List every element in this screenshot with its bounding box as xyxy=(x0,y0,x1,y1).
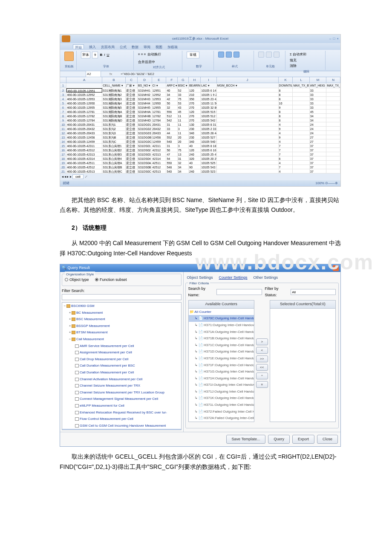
table-row[interactable]: 2460-00-10105-12951S31潮阳南海1爱立信S31MHI1129… xyxy=(60,88,340,92)
font-size[interactable]: 9 xyxy=(92,52,98,58)
col-header[interactable]: K xyxy=(279,77,293,83)
tree-leaf[interactable]: Channel Activation Measurement per Cell xyxy=(62,376,181,383)
measurement-tree[interactable]: −BSC6900 GSM+BC Measurement+BSC Measurem… xyxy=(62,302,182,430)
col-header[interactable]: G xyxy=(178,77,189,83)
maximize-icon[interactable]: □ xyxy=(333,36,335,42)
ribbon-tab[interactable]: 插入 xyxy=(89,44,96,49)
ribbon-tab[interactable]: 页面布局 xyxy=(101,44,115,49)
tree-leaf[interactable]: Call Duration Measurement per Cell xyxy=(62,369,181,376)
tree-leaf[interactable]: Call Drop Measurement per Cell xyxy=(62,356,181,363)
ribbon-tab[interactable]: 审阅 xyxy=(144,44,150,49)
filter-search-input[interactable] xyxy=(62,294,182,300)
table-row[interactable]: 10460-00-10105-20431S31东沟1爱立信S31DG012043… xyxy=(60,122,340,127)
sheet-tab[interactable]: cell xyxy=(72,174,84,179)
tree-leaf[interactable]: Call Duration Measurement per BSC xyxy=(62,362,181,369)
table-row[interactable]: 16460-00-10105-42312S31东山宾馆2爱立信S31DS0242… xyxy=(60,148,340,152)
paste-icon[interactable] xyxy=(64,52,74,61)
filter-status-select[interactable]: All xyxy=(291,289,336,295)
tree-leaf[interactable]: Flow Control Measurement per Cell xyxy=(62,416,181,422)
ribbon-tab[interactable]: 加载项 xyxy=(167,44,178,49)
counter-item[interactable]: ↳ 📄 H371:Outgoing Inter-Cell Handover Co… xyxy=(189,322,254,329)
minimize-icon[interactable]: – xyxy=(329,36,331,42)
col-header[interactable]: M xyxy=(310,77,326,83)
table-row[interactable]: 4460-00-10105-12953S31潮阳南海3爱立信S31MHI3129… xyxy=(60,97,340,101)
transfer-button[interactable]: << xyxy=(256,364,268,371)
counter-item[interactable]: ↳ 📄 H371C:Outgoing Inter-Cell Handover C… xyxy=(189,342,254,349)
ribbon-tab[interactable]: 视图 xyxy=(156,44,162,49)
col-header[interactable]: I xyxy=(201,77,217,83)
counter-item[interactable]: ↳ 📄 H371K:Outgoing Inter-Cell Handover C… xyxy=(189,395,254,402)
ribbon-tab[interactable]: 数据 xyxy=(132,44,138,49)
table-row[interactable]: 11460-00-10105-20432S31东沟2爱立信S31DG022043… xyxy=(60,127,340,131)
col-header[interactable]: N xyxy=(326,77,340,83)
table-row[interactable]: 15460-00-10105-42311S31东山宾馆1爱立信S31DS0142… xyxy=(60,144,340,148)
counter-item[interactable]: ↳ 📄 H371D:Outgoing Inter-Cell Handover C… xyxy=(189,348,254,355)
radio-function-subset[interactable]: Function subset xyxy=(95,277,127,283)
tree-leaf[interactable]: Assignment Measurement per Cell xyxy=(62,349,181,356)
export-button[interactable]: Export xyxy=(292,435,314,444)
transfer-button[interactable]: >> xyxy=(256,356,268,362)
col-header[interactable]: F xyxy=(166,77,177,83)
counter-item[interactable]: ↳ 📄 H371E:Outgoing Inter-Cell Handover C… xyxy=(189,355,254,362)
counter-item[interactable]: ↳ 📄 H371L:Outgoing Inter-Cell Handover C… xyxy=(189,402,254,408)
counter-item[interactable]: ↳ 📄 H372A:Failed Outgoing Inter-Cell Han… xyxy=(189,415,254,422)
counter-item[interactable]: ↳ 📄 H371A:Outgoing Inter-Cell Handover C… xyxy=(189,329,254,335)
name-box[interactable]: A2 xyxy=(86,71,101,78)
tab-counter-settings[interactable]: Counter Settings xyxy=(219,275,248,281)
tree-leaf[interactable]: GSM Cell to GSM Cell Incoming Handover M… xyxy=(62,422,181,429)
tree-leaf[interactable]: Connect Management Signal Measurement pe… xyxy=(62,396,181,402)
transfer-button[interactable]: v xyxy=(256,381,268,388)
col-header[interactable]: B xyxy=(102,77,125,83)
counter-item[interactable]: ↳ 📄 H370C:Outgoing Inter-Cell Handover R… xyxy=(189,315,254,322)
col-header[interactable]: J xyxy=(217,77,279,83)
available-counters[interactable]: Available Counters 📁 All Counter ↳ 📄 H37… xyxy=(188,300,254,422)
col-header[interactable]: H xyxy=(189,77,201,83)
table-row[interactable]: 14460-00-10105-12459S31东沟C爱立信S31DG0C1245… xyxy=(60,139,340,144)
table-row[interactable]: 19460-00-10105-42511S31东山宾馆A爱立信S31DS0A42… xyxy=(60,161,340,165)
col-header[interactable]: D xyxy=(138,77,152,83)
close-icon[interactable]: × xyxy=(337,36,339,42)
ribbon-tab[interactable]: 公式 xyxy=(120,44,127,49)
table-row[interactable]: 17460-00-10105-42313S31东山宾馆3爱立信S31DS0342… xyxy=(60,152,340,156)
col-header[interactable]: A xyxy=(66,77,102,83)
tab-other-settings[interactable]: Other Settings xyxy=(254,275,278,281)
table-row[interactable]: 21460-00-10105-42513S31东山宾馆C爱立信S31DS0C42… xyxy=(60,169,340,173)
col-header[interactable]: C xyxy=(126,77,138,83)
formula-text[interactable]: ="460-00-"&I2&"-"&E2 xyxy=(121,71,154,77)
table-row[interactable]: 18460-00-10105-42314S31东山宾馆4爱立信S31DS0442… xyxy=(60,156,340,161)
query-button[interactable]: Query xyxy=(268,435,290,444)
transfer-button[interactable]: ^ xyxy=(256,373,268,379)
tree-leaf[interactable]: AMR Service Measurement per Cell xyxy=(62,343,181,350)
transfer-button[interactable]: < xyxy=(256,347,268,354)
tree-leaf[interactable]: Enhanced Relocation Request Received by … xyxy=(62,409,181,416)
counter-item[interactable]: ↳ 📄 H371G:Outgoing Inter-Cell Handover C… xyxy=(189,368,254,375)
col-header[interactable]: L xyxy=(293,77,309,83)
table-row[interactable]: 5460-00-10105-12950S31潮阳南海4爱立信S31MHI4129… xyxy=(60,101,340,105)
tab-object-settings[interactable]: Object Settings xyxy=(187,275,213,281)
selected-counters[interactable]: Selected Counters(Total:0) xyxy=(270,300,336,422)
counter-item[interactable]: ↳ 📄 H372B:Failed Outgoing Inter-Cell Han… xyxy=(189,422,254,422)
counter-item[interactable]: ↳ 📄 H372:Failed Outgoing Inter-Cell Hand… xyxy=(189,408,254,415)
transfer-button[interactable]: > xyxy=(256,338,268,345)
font-select[interactable]: 宋体 xyxy=(81,52,90,58)
table-row[interactable]: 7460-00-10105-12781S31潮阳南海A爱立信S31MHIA127… xyxy=(60,110,340,114)
tree-leaf[interactable]: Channel Seizure Measurement per TRX xyxy=(62,382,181,389)
counter-item[interactable]: ↳ 📄 H371I:Outgoing Inter-Cell Handover C… xyxy=(189,382,254,388)
search-by-name-input[interactable] xyxy=(216,289,262,295)
fx-icon[interactable]: fx xyxy=(110,71,112,77)
counter-item[interactable]: ↳ 📄 H371F:Outgoing Inter-Cell Handover C… xyxy=(189,362,254,369)
radio-object-type[interactable]: Object type xyxy=(65,277,89,283)
col-header[interactable]: E xyxy=(152,77,167,83)
counter-item[interactable]: ↳ 📄 H371H:Outgoing Inter-Cell Handover C… xyxy=(189,375,254,382)
tree-leaf[interactable]: GSM Cell to GSM Cell Outgoing Handover M… xyxy=(62,429,181,430)
tree-leaf[interactable]: eMLPP Measurement for Cell xyxy=(62,402,181,409)
table-row[interactable]: 9460-00-10105-12784S31潮阳南海D爱立信S31MHID127… xyxy=(60,118,340,122)
autowrap[interactable]: 自动换行 xyxy=(147,52,161,58)
table-row[interactable]: 12460-00-10105-20433S31东沟3爱立信S31DG032043… xyxy=(60,131,340,135)
counter-item[interactable]: ↳ 📄 H371B:Outgoing Inter-Cell Handover C… xyxy=(189,335,254,342)
ribbon-tab[interactable]: 开始 xyxy=(73,44,84,49)
table-row[interactable]: 13460-00-10105-12458S31东沟B爱立信S31DG0B1245… xyxy=(60,135,340,139)
table-row[interactable]: 3460-00-10105-12952S31潮阳南海2爱立信S31MHI2129… xyxy=(60,92,340,97)
close-button[interactable]: Close xyxy=(317,435,338,444)
tree-leaf[interactable]: Channel Seizure Measurement per TRX Loca… xyxy=(62,389,181,396)
